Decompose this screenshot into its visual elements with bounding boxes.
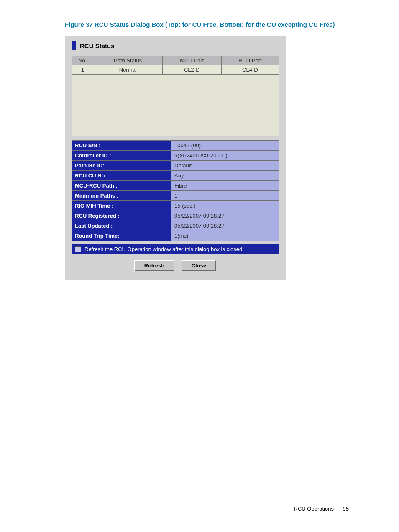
kv-val-last-updated: 05/22/2007 09:18:27	[171, 221, 279, 231]
kv-key-round-trip-time: Round Trip Time:	[72, 231, 171, 241]
kv-key-mcu-rcu-path: MCU-RCU Path :	[72, 181, 171, 191]
kv-row: RCU CU No. : Any	[72, 171, 279, 181]
rcu-status-dialog: RCU Status No. Path Status MCU Port RCU …	[65, 36, 286, 280]
kv-val-mcu-rcu-path: Fibre	[171, 181, 279, 191]
kv-val-rcu-cu-no: Any	[171, 171, 279, 181]
cell-mcu-port: CL2-D	[162, 65, 221, 75]
table-row[interactable]: 1 Normal CL2-D CL4-D	[72, 65, 279, 75]
footer-section: RCU Operations	[294, 506, 334, 512]
footer-page-number: 95	[343, 506, 349, 512]
close-button[interactable]: Close	[182, 260, 216, 271]
rcu-detail-table: RCU S/N : 10042 (00) Controller ID : 5(X…	[72, 140, 279, 241]
refresh-checkbox-label: Refresh the RCU Operation window after t…	[84, 246, 244, 252]
page-footer: RCU Operations 95	[65, 506, 374, 512]
button-row: Refresh Close	[72, 260, 279, 271]
kv-val-controller-id: 5(XP24000/XP20000)	[171, 151, 279, 161]
kv-row: Path Gr. ID: Default	[72, 161, 279, 171]
kv-row: Minimum Paths : 1	[72, 191, 279, 201]
kv-key-rcu-sn: RCU S/N :	[72, 141, 171, 151]
refresh-button[interactable]: Refresh	[134, 260, 174, 271]
kv-row: RCU S/N : 10042 (00)	[72, 141, 279, 151]
kv-key-rcu-registered: RCU Registered :	[72, 211, 171, 221]
kv-row: Last Updated : 05/22/2007 09:18:27	[72, 221, 279, 231]
kv-key-minimum-paths: Minimum Paths :	[72, 191, 171, 201]
kv-val-rcu-sn: 10042 (00)	[171, 141, 279, 151]
kv-row: RIO MIH Time : 15 (sec.)	[72, 201, 279, 211]
col-path-status[interactable]: Path Status	[93, 56, 162, 65]
kv-row: MCU-RCU Path : Fibre	[72, 181, 279, 191]
cell-no: 1	[72, 65, 93, 75]
kv-key-path-gr-id: Path Gr. ID:	[72, 161, 171, 171]
refresh-checkbox[interactable]	[75, 246, 81, 252]
kv-val-minimum-paths: 1	[171, 191, 279, 201]
dialog-title-row: RCU Status	[72, 41, 279, 50]
cell-rcu-port: CL4-D	[221, 65, 279, 75]
kv-val-rio-mih-time: 15 (sec.)	[171, 201, 279, 211]
kv-key-rio-mih-time: RIO MIH Time :	[72, 201, 171, 211]
kv-row: Controller ID : 5(XP24000/XP20000)	[72, 151, 279, 161]
title-accent-bar	[72, 41, 76, 50]
refresh-checkbox-row: Refresh the RCU Operation window after t…	[72, 244, 279, 254]
table-empty-area	[72, 75, 279, 136]
col-no[interactable]: No.	[72, 56, 93, 65]
cell-path-status: Normal	[93, 65, 162, 75]
figure-caption: Figure 37 RCU Status Dialog Box (Top: fo…	[65, 21, 374, 28]
kv-key-rcu-cu-no: RCU CU No. :	[72, 171, 171, 181]
kv-row: RCU Registered : 05/22/2007 09:18:27	[72, 211, 279, 221]
kv-row: Round Trip Time: 1(ms)	[72, 231, 279, 241]
kv-key-controller-id: Controller ID :	[72, 151, 171, 161]
path-status-table: No. Path Status MCU Port RCU Port 1 Norm…	[72, 56, 279, 136]
kv-val-round-trip-time: 1(ms)	[171, 231, 279, 241]
table-header-row: No. Path Status MCU Port RCU Port	[72, 56, 279, 65]
kv-val-path-gr-id: Default	[171, 161, 279, 171]
kv-val-rcu-registered: 05/22/2007 09:18:27	[171, 211, 279, 221]
col-mcu-port[interactable]: MCU Port	[162, 56, 221, 65]
col-rcu-port[interactable]: RCU Port	[221, 56, 279, 65]
dialog-title: RCU Status	[80, 42, 115, 49]
kv-key-last-updated: Last Updated :	[72, 221, 171, 231]
